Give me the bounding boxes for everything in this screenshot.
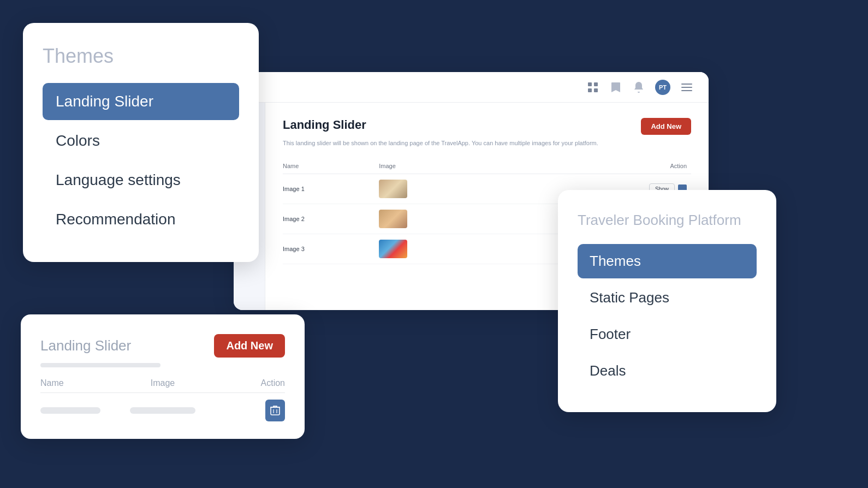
col-header-image: Image bbox=[379, 158, 504, 174]
bc-col-name: Name bbox=[40, 378, 117, 388]
bottom-card-title: Landing Slider bbox=[40, 337, 131, 354]
subtitle-placeholder-bar bbox=[40, 363, 160, 367]
bottom-card: Landing Slider Add New Name Image Action bbox=[21, 314, 305, 439]
svg-rect-2 bbox=[588, 88, 592, 92]
right-menu-item-footer[interactable]: Footer bbox=[578, 317, 757, 352]
svg-rect-1 bbox=[594, 82, 598, 86]
bc-row-image bbox=[117, 407, 209, 414]
bell-icon[interactable] bbox=[632, 81, 645, 94]
sidebar-item-language-settings[interactable]: Language settings bbox=[43, 162, 239, 199]
bc-row-name bbox=[40, 407, 117, 414]
grid-icon[interactable] bbox=[586, 81, 599, 94]
svg-rect-6 bbox=[681, 90, 692, 91]
sidebar-item-recommendation[interactable]: Recommendation bbox=[43, 201, 239, 238]
sidebar-item-colors[interactable]: Colors bbox=[43, 122, 239, 159]
svg-rect-3 bbox=[594, 88, 598, 92]
bc-col-image: Image bbox=[117, 378, 209, 388]
svg-rect-15 bbox=[271, 407, 280, 415]
page-header: Landing Slider Add New bbox=[283, 118, 691, 135]
menu-icon[interactable] bbox=[680, 81, 693, 94]
bottom-table-header: Name Image Action bbox=[40, 378, 285, 393]
row-name: Image 3 bbox=[283, 234, 379, 264]
bookmark-icon[interactable] bbox=[609, 81, 622, 94]
row-name: Image 2 bbox=[283, 204, 379, 234]
avatar[interactable]: PT bbox=[655, 80, 670, 95]
bc-row-action bbox=[209, 400, 285, 421]
add-new-button[interactable]: Add New bbox=[641, 118, 691, 135]
sidebar-item-landing-slider[interactable]: Landing Slider bbox=[43, 83, 239, 120]
svg-rect-5 bbox=[681, 87, 692, 88]
row-image bbox=[379, 204, 504, 234]
svg-rect-0 bbox=[588, 82, 592, 86]
bc-col-action: Action bbox=[209, 378, 285, 388]
platform-title: Traveler Booking Platform bbox=[578, 212, 757, 229]
right-menu-item-static-pages[interactable]: Static Pages bbox=[578, 281, 757, 315]
page-subtitle: This landing slider will be shown on the… bbox=[283, 139, 691, 147]
bottom-card-header: Landing Slider Add New bbox=[40, 334, 285, 358]
col-header-action: Action bbox=[505, 158, 691, 174]
trash-icon[interactable] bbox=[265, 400, 285, 421]
page-title: Landing Slider bbox=[283, 118, 366, 132]
sidebar-section-title: Themes bbox=[43, 45, 239, 68]
topbar: PT bbox=[234, 72, 709, 103]
right-sidebar-card: Traveler Booking Platform Themes Static … bbox=[558, 190, 776, 412]
row-name: Image 1 bbox=[283, 174, 379, 204]
bottom-table-row bbox=[40, 400, 285, 421]
row-image bbox=[379, 174, 504, 204]
row-image bbox=[379, 234, 504, 264]
right-menu-item-deals[interactable]: Deals bbox=[578, 354, 757, 388]
sidebar-card: Themes Landing Slider Colors Language se… bbox=[23, 23, 259, 262]
right-menu-item-themes[interactable]: Themes bbox=[578, 244, 757, 278]
bottom-card-add-new-button[interactable]: Add New bbox=[214, 334, 285, 358]
col-header-name: Name bbox=[283, 158, 379, 174]
svg-rect-4 bbox=[681, 84, 692, 85]
